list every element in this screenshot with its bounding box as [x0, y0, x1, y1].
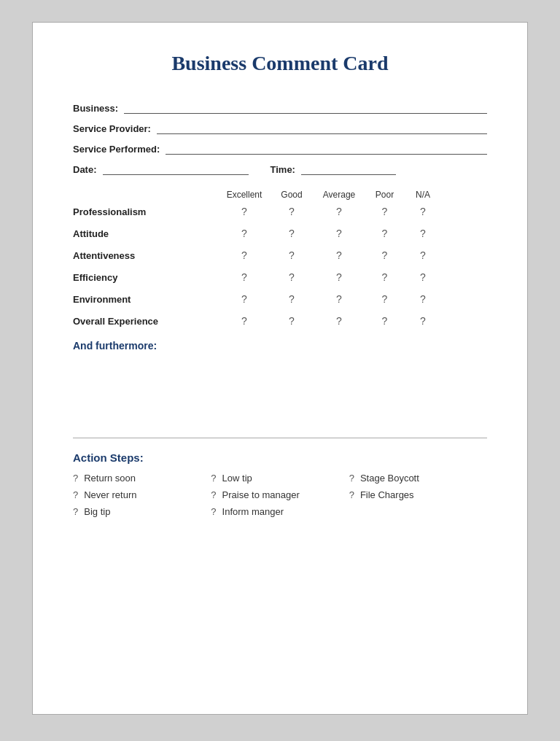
furthermore-title: And furthermore: [73, 340, 487, 352]
professionalism-average[interactable]: ? [314, 206, 365, 217]
header-empty [73, 190, 219, 200]
efficiency-average[interactable]: ? [314, 271, 365, 283]
big-tip-label: Big tip [84, 506, 110, 517]
professionalism-label: Professionalism [73, 206, 219, 217]
header-good: Good [270, 190, 314, 200]
environment-poor[interactable]: ? [365, 293, 405, 305]
rating-row-attentiveness: Attentiveness ? ? ? ? ? [73, 249, 487, 261]
date-input[interactable] [103, 162, 249, 175]
rating-row-environment: Environment ? ? ? ? ? [73, 293, 487, 305]
rating-row-professionalism: Professionalism ? ? ? ? ? [73, 206, 487, 217]
rating-header-row: Excellent Good Average Poor N/A [73, 190, 487, 200]
attitude-poor[interactable]: ? [365, 228, 405, 239]
header-excellent: Excellent [219, 190, 270, 200]
attentiveness-label: Attentiveness [73, 250, 219, 261]
overall-good[interactable]: ? [270, 315, 314, 327]
attentiveness-poor[interactable]: ? [365, 249, 405, 261]
efficiency-excellent[interactable]: ? [219, 271, 270, 283]
date-time-row: Date: Time: [73, 162, 487, 175]
file-charges-symbol[interactable]: ? [349, 489, 354, 500]
environment-good[interactable]: ? [270, 293, 314, 305]
attitude-na[interactable]: ? [405, 228, 441, 239]
furthermore-section: And furthermore: [73, 340, 487, 423]
file-charges-label: File Charges [360, 489, 414, 500]
service-performed-field-row: Service Performed: [73, 141, 487, 155]
header-poor: Poor [365, 190, 405, 200]
attitude-excellent[interactable]: ? [219, 228, 270, 239]
rating-row-attitude: Attitude ? ? ? ? ? [73, 228, 487, 239]
furthermore-text-area[interactable] [73, 357, 487, 423]
return-soon-label: Return soon [84, 473, 136, 484]
never-return-symbol[interactable]: ? [73, 489, 78, 500]
service-performed-input[interactable] [166, 141, 487, 155]
action-steps-section: Action Steps: ? Return soon ? Never retu… [73, 451, 487, 523]
action-low-tip: ? Low tip [211, 473, 349, 484]
rating-row-efficiency: Efficiency ? ? ? ? ? [73, 271, 487, 283]
overall-average[interactable]: ? [314, 315, 365, 327]
efficiency-na[interactable]: ? [405, 271, 441, 283]
rating-section: Excellent Good Average Poor N/A Professi… [73, 190, 487, 327]
attentiveness-good[interactable]: ? [270, 249, 314, 261]
fields-section: Business: Service Provider: Service Perf… [73, 101, 487, 175]
low-tip-symbol[interactable]: ? [211, 473, 216, 484]
time-input[interactable] [301, 162, 396, 175]
low-tip-label: Low tip [222, 473, 252, 484]
rating-row-overall: Overall Experience ? ? ? ? ? [73, 315, 487, 327]
professionalism-good[interactable]: ? [270, 206, 314, 217]
attentiveness-average[interactable]: ? [314, 249, 365, 261]
praise-manager-symbol[interactable]: ? [211, 489, 216, 500]
attitude-good[interactable]: ? [270, 228, 314, 239]
stage-boycott-symbol[interactable]: ? [349, 473, 354, 484]
efficiency-good[interactable]: ? [270, 271, 314, 283]
overall-excellent[interactable]: ? [219, 315, 270, 327]
time-label: Time: [271, 164, 295, 175]
never-return-label: Never return [84, 489, 136, 500]
action-stage-boycott: ? Stage Boycott [349, 473, 487, 484]
return-soon-symbol[interactable]: ? [73, 473, 78, 484]
environment-label: Environment [73, 294, 219, 305]
inform-manager-label: Inform manger [222, 506, 284, 517]
section-divider [73, 438, 487, 438]
big-tip-symbol[interactable]: ? [73, 506, 78, 517]
date-label: Date: [73, 164, 97, 175]
action-col3: ? Stage Boycott ? File Charges [349, 473, 487, 523]
overall-label: Overall Experience [73, 316, 219, 327]
environment-excellent[interactable]: ? [219, 293, 270, 305]
service-provider-label: Service Provider: [73, 123, 151, 134]
action-inform-manager: ? Inform manger [211, 506, 349, 517]
efficiency-poor[interactable]: ? [365, 271, 405, 283]
action-return-soon: ? Return soon [73, 473, 211, 484]
service-performed-label: Service Performed: [73, 144, 160, 155]
action-never-return: ? Never return [73, 489, 211, 500]
action-col2: ? Low tip ? Praise to manager ? Inform m… [211, 473, 349, 523]
action-praise-manager: ? Praise to manager [211, 489, 349, 500]
environment-na[interactable]: ? [405, 293, 441, 305]
professionalism-excellent[interactable]: ? [219, 206, 270, 217]
attitude-label: Attitude [73, 228, 219, 239]
business-label: Business: [73, 103, 118, 114]
professionalism-poor[interactable]: ? [365, 206, 405, 217]
comment-card: Business Comment Card Business: Service … [32, 22, 528, 715]
attitude-average[interactable]: ? [314, 228, 365, 239]
header-na: N/A [405, 190, 441, 200]
attentiveness-excellent[interactable]: ? [219, 249, 270, 261]
action-grid: ? Return soon ? Never return ? Big tip ?… [73, 473, 487, 523]
action-big-tip: ? Big tip [73, 506, 211, 517]
environment-average[interactable]: ? [314, 293, 365, 305]
overall-na[interactable]: ? [405, 315, 441, 327]
card-title: Business Comment Card [73, 52, 487, 75]
attentiveness-na[interactable]: ? [405, 249, 441, 261]
action-col1: ? Return soon ? Never return ? Big tip [73, 473, 211, 523]
action-file-charges: ? File Charges [349, 489, 487, 500]
professionalism-na[interactable]: ? [405, 206, 441, 217]
stage-boycott-label: Stage Boycott [360, 473, 419, 484]
service-provider-field-row: Service Provider: [73, 121, 487, 134]
efficiency-label: Efficiency [73, 272, 219, 283]
header-average: Average [314, 190, 365, 200]
business-input[interactable] [124, 101, 487, 114]
overall-poor[interactable]: ? [365, 315, 405, 327]
service-provider-input[interactable] [157, 121, 487, 134]
inform-manager-symbol[interactable]: ? [211, 506, 216, 517]
praise-manager-label: Praise to manager [222, 489, 300, 500]
business-field-row: Business: [73, 101, 487, 114]
